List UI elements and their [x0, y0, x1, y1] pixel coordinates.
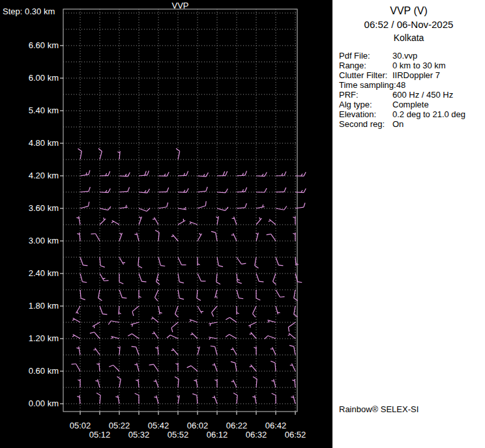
parameter-row: PRF:600 Hz / 450 Hz — [339, 90, 485, 100]
parameter-row: Alg type:Complete — [339, 100, 485, 109]
parameter-value: 30.vvp — [392, 51, 417, 61]
parameter-label: Elevation: — [339, 109, 392, 119]
parameter-label: Pdf File: — [339, 51, 392, 61]
product-title: VVP (V) — [332, 5, 485, 17]
x-axis-label: 05:52 — [164, 430, 192, 440]
site-name: Kolkata — [332, 33, 485, 43]
x-axis-label: 05:12 — [85, 430, 114, 440]
y-axis-label: 3.60 km — [0, 203, 59, 214]
brand-footer: Rainbow® SELEX-SI — [339, 404, 419, 414]
parameter-row: Elevation:0.2 deg to 21.0 deg — [339, 109, 485, 119]
x-axis-label: 06:12 — [203, 430, 231, 440]
parameter-value: 0 km to 30 km — [392, 61, 446, 70]
parameter-label: Alg type: — [339, 100, 392, 109]
y-axis-label: 0.00 km — [0, 399, 59, 409]
wind-profile-plot — [0, 0, 332, 448]
parameter-value: 600 Hz / 450 Hz — [392, 90, 453, 100]
plot-frame — [63, 9, 297, 412]
parameter-list: Pdf File:30.vvpRange:0 km to 30 kmClutte… — [332, 51, 485, 129]
parameter-label: Range: — [339, 61, 392, 70]
parameter-row: Clutter Filter:IIRDoppler 7 — [339, 70, 485, 80]
y-axis-label: 2.40 km — [0, 268, 59, 279]
parameter-row: Pdf File:30.vvp — [339, 51, 485, 61]
y-axis-label: 3.00 km — [0, 236, 59, 246]
x-axis-label: 06:52 — [281, 430, 310, 440]
vvp-window: Step: 0.30 km VVP 6.60 km6.00 km5.40 km4… — [0, 0, 485, 448]
x-axis-label: 05:32 — [125, 430, 153, 440]
parameter-row: Time sampling:48 — [339, 80, 485, 90]
parameter-value: On — [392, 119, 404, 129]
parameter-label: Time sampling:48 — [339, 80, 392, 90]
info-panel: VVP (V) 06:52 / 06-Nov-2025 Kolkata Pdf … — [332, 0, 485, 448]
parameter-value: IIRDoppler 7 — [392, 70, 440, 80]
y-axis-label: 1.80 km — [0, 301, 59, 311]
parameter-row: Range:0 km to 30 km — [339, 61, 485, 70]
y-axis-label: 4.20 km — [0, 171, 59, 181]
y-axis-label: 5.40 km — [0, 105, 59, 116]
y-axis-label: 6.00 km — [0, 73, 59, 83]
y-axis-label: 4.80 km — [0, 138, 59, 148]
parameter-label: Second reg: — [339, 119, 392, 129]
y-axis-label: 1.20 km — [0, 333, 59, 344]
parameter-value: Complete — [392, 100, 429, 109]
product-datetime: 06:52 / 06-Nov-2025 — [332, 19, 485, 30]
parameter-row: Second reg:On — [339, 119, 485, 129]
x-axis-label: 06:32 — [242, 430, 271, 440]
parameter-value: 0.2 deg to 21.0 deg — [392, 109, 465, 119]
y-axis-label: 0.60 km — [0, 366, 59, 376]
y-axis-label: 6.60 km — [0, 40, 59, 51]
parameter-label: PRF: — [339, 90, 392, 100]
parameter-label: Clutter Filter: — [339, 70, 392, 80]
